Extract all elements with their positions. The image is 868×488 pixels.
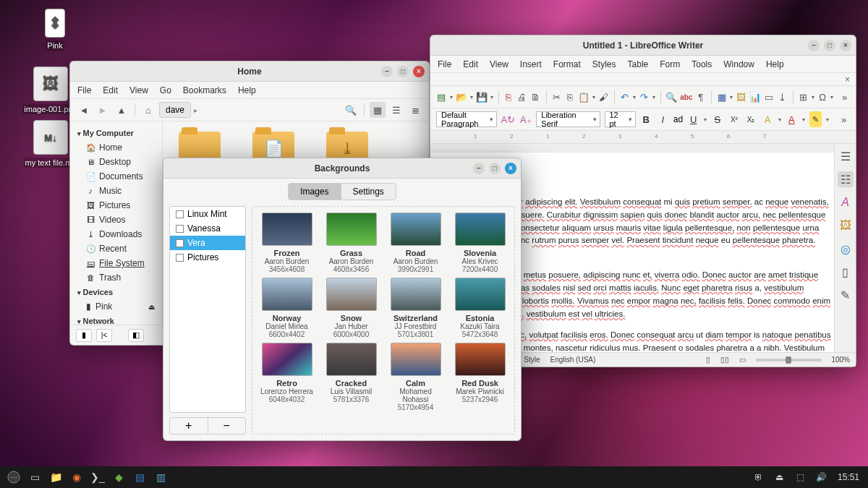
redo-button[interactable]: ↷ <box>639 89 650 105</box>
sidebar-item-home[interactable]: 🏠Home <box>70 140 162 155</box>
sidebar-item-recent[interactable]: 🕓Recent <box>70 241 162 256</box>
chart-button[interactable]: 📊 <box>749 89 761 105</box>
menu-file[interactable]: File <box>77 85 91 95</box>
find-button[interactable]: 🔍 <box>665 89 677 105</box>
software-manager-launcher[interactable]: ◆ <box>109 468 128 487</box>
nav-up-button[interactable]: ▲ <box>114 102 129 118</box>
styles-panel-icon[interactable]: A <box>838 194 854 210</box>
subscript-button[interactable]: X₂ <box>745 111 757 127</box>
list-view-button[interactable]: ☰ <box>388 102 404 118</box>
font-size-combo[interactable]: 12 pt <box>605 111 636 127</box>
calc-launcher[interactable]: ▥ <box>151 468 170 487</box>
status-language[interactable]: English (USA) <box>550 356 596 364</box>
special-char-button[interactable]: Ω <box>817 89 828 105</box>
menu-edit[interactable]: Edit <box>103 85 118 95</box>
inspector-panel-icon[interactable]: ✎ <box>838 287 854 303</box>
wallpaper-grass[interactable]: GrassAaron Burden4608x3456 <box>323 213 380 273</box>
menu-help[interactable]: Help <box>238 85 256 95</box>
sidebar-item-documents[interactable]: 📄Documents <box>70 169 162 184</box>
terminal-launcher[interactable]: ❯_ <box>88 468 107 487</box>
sidebar-device-pink[interactable]: ▮Pink⏏ <box>70 299 162 314</box>
maximize-button[interactable]: □ <box>397 66 409 77</box>
wallpaper-red-dusk[interactable]: Red DuskMarek Piwnicki5237x2946 <box>451 343 509 411</box>
menu-table[interactable]: Table <box>628 59 649 69</box>
remove-collection-button[interactable]: − <box>208 418 246 434</box>
table-button[interactable]: ▦ <box>717 89 728 105</box>
sidepane-toggle[interactable]: ◧ <box>128 329 144 342</box>
new-style-button[interactable]: A₊ <box>519 111 532 127</box>
underline-button[interactable]: U <box>687 111 699 127</box>
page-panel-icon[interactable]: ▯ <box>838 264 854 280</box>
wallpaper-calm[interactable]: CalmMohamed Nohassi5170x4954 <box>387 343 444 411</box>
open-button[interactable]: 📂 <box>456 89 467 105</box>
close-button[interactable]: × <box>505 163 516 174</box>
writer-launcher[interactable]: ▤ <box>130 468 149 487</box>
undo-button[interactable]: ↶ <box>620 89 631 105</box>
home-icon[interactable]: ⌂ <box>140 102 156 118</box>
sidebar-menu-icon[interactable]: ☰ <box>838 148 854 164</box>
zoom-value[interactable]: 100% <box>831 356 850 364</box>
char-highlight-button[interactable]: ✎ <box>809 111 822 127</box>
wallpaper-snow[interactable]: SnowJan Huber6000x4000 <box>323 278 380 338</box>
gallery-panel-icon[interactable]: 🖼 <box>838 218 854 234</box>
minimize-button[interactable]: – <box>473 163 485 174</box>
page-break-button[interactable]: ⤓ <box>777 89 788 105</box>
superscript-button[interactable]: X² <box>728 111 740 127</box>
collection-vera[interactable]: Vera <box>170 236 245 250</box>
view-book-icon[interactable]: ▭ <box>739 356 746 364</box>
toolbar-overflow[interactable]: » <box>838 111 850 127</box>
desktop-icon-usb[interactable]: ⬍ Pink <box>26 9 84 51</box>
italic-button[interactable]: I <box>657 111 669 127</box>
save-button[interactable]: 💾 <box>476 89 488 105</box>
sidebar-item-trash[interactable]: 🗑Trash <box>70 270 162 285</box>
minimize-button[interactable]: – <box>808 40 820 51</box>
menu-file[interactable]: File <box>438 59 451 69</box>
tray-removable-icon[interactable]: ⏏ <box>770 468 789 487</box>
strikethrough-button[interactable]: S <box>711 111 723 127</box>
file-manager-titlebar[interactable]: Home – □ × <box>70 61 429 82</box>
menu-styles[interactable]: Styles <box>592 59 616 69</box>
sidebar-item-file-system[interactable]: 🖴File System <box>70 256 162 270</box>
wallpaper-estonia[interactable]: EstoniaKazuki Taira5472x3648 <box>451 278 509 338</box>
breadcrumb-segment[interactable]: dave <box>159 102 191 118</box>
menu-form[interactable]: Form <box>660 59 680 69</box>
print-preview-button[interactable]: 🗎 <box>530 89 541 105</box>
files-launcher[interactable]: 📁 <box>46 468 65 487</box>
nav-forward-button[interactable]: ► <box>95 102 111 118</box>
new-button[interactable]: ▤ <box>436 89 447 105</box>
tray-sound-icon[interactable]: 🔊 <box>812 468 831 487</box>
nav-back-button[interactable]: ◄ <box>76 102 92 118</box>
highlight-color-button[interactable]: A <box>762 111 774 127</box>
wallpaper-retro[interactable]: RetroLorenzo Herrera6048x4032 <box>258 343 315 411</box>
formatting-marks-button[interactable]: ¶ <box>696 89 707 105</box>
close-button[interactable]: × <box>413 66 425 77</box>
menu-go[interactable]: Go <box>160 85 171 95</box>
menu-button[interactable]: ⋯ <box>4 468 23 487</box>
menu-view[interactable]: View <box>490 59 509 69</box>
sidebar-item-music[interactable]: ♪Music <box>70 184 162 198</box>
bold-button[interactable]: B <box>640 111 652 127</box>
menu-view[interactable]: View <box>129 85 148 95</box>
writer-titlebar[interactable]: Untitled 1 - LibreOffice Writer – □ × <box>430 35 856 56</box>
font-color-button[interactable]: A <box>786 111 798 127</box>
wallpaper-switzerland[interactable]: SwitzerlandJJ Forestbird5701x3801 <box>387 278 444 338</box>
wallpaper-frozen[interactable]: FrozenAaron Burden3456x4608 <box>258 213 315 273</box>
breadcrumb[interactable]: ⌂ dave ▸ <box>140 102 197 118</box>
export-pdf-button[interactable]: ⎘ <box>503 89 514 105</box>
collection-vanessa[interactable]: Vanessa <box>170 221 245 236</box>
tree-toggle[interactable]: |< <box>96 329 112 342</box>
tab-images[interactable]: Images <box>288 183 341 200</box>
show-desktop-button[interactable]: ▭ <box>25 468 44 487</box>
wallpaper-cracked[interactable]: CrackedLuis Villasmil5781x3376 <box>323 343 380 411</box>
search-button[interactable]: 🔍 <box>343 102 359 118</box>
sidebar-item-pictures[interactable]: 🖼Pictures <box>70 198 162 213</box>
wallpaper-road[interactable]: RoadAaron Burden3990x2991 <box>387 213 444 273</box>
cut-button[interactable]: ✂ <box>551 89 562 105</box>
backgrounds-titlebar[interactable]: Backgrounds – □ × <box>163 158 521 179</box>
properties-panel-icon[interactable]: ☷ <box>838 171 854 187</box>
clone-formatting-button[interactable]: 🖌 <box>598 89 609 105</box>
navigator-panel-icon[interactable]: ◎ <box>838 241 854 257</box>
tab-settings[interactable]: Settings <box>341 183 396 200</box>
taskbar-clock[interactable]: 15:51 <box>833 472 864 482</box>
print-button[interactable]: 🖨 <box>517 89 528 105</box>
